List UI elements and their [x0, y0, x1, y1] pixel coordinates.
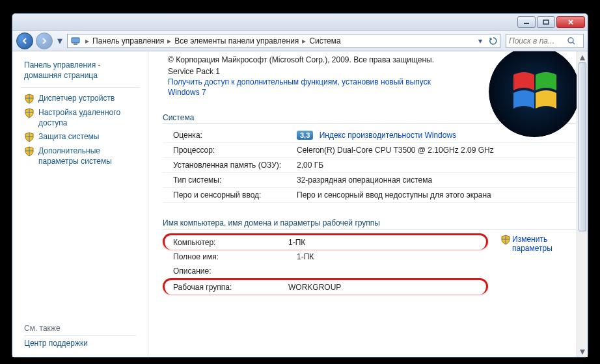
row-description: Описание: — [163, 264, 576, 278]
content: © Корпорация Майкрософт (Microsoft Corp.… — [148, 51, 588, 357]
row-ram: Установленная память (ОЗУ): 2,00 ГБ — [163, 158, 576, 173]
sidebar-home-link[interactable]: Панель управления - домашняя страница — [12, 58, 148, 83]
sidebar-advanced-settings[interactable]: Дополнительные параметры системы — [12, 144, 148, 168]
value-description — [297, 266, 576, 276]
sidebar-device-manager[interactable]: Диспетчер устройств — [12, 92, 148, 106]
value-full-name: 1-ПК — [297, 252, 576, 261]
shield-icon — [24, 108, 34, 118]
label-cpu: Процессор: — [173, 146, 297, 155]
forward-button[interactable] — [36, 32, 53, 49]
maximize-button[interactable] — [537, 16, 555, 28]
value-system-type: 32-разрядная операционная система — [297, 176, 576, 185]
sidebar-system-protection[interactable]: Защита системы — [12, 130, 148, 144]
change-settings-link[interactable]: Изменить параметры — [500, 235, 564, 253]
body: Панель управления - домашняя страница Ди… — [12, 51, 588, 357]
svg-rect-0 — [524, 23, 529, 24]
breadcrumb-chevron[interactable]: ▸ — [165, 36, 173, 46]
svg-point-4 — [568, 38, 573, 43]
shield-icon — [24, 146, 34, 157]
row-computer-name: Компьютер: 1-ПК — [163, 233, 488, 250]
row-pen-touch: Перо и сенсорный ввод: Перо и сенсорный … — [163, 188, 576, 203]
value-computer: 1-ПК — [288, 238, 486, 247]
shield-icon — [24, 132, 34, 142]
back-button[interactable] — [16, 32, 33, 49]
system-properties-window: ▾ ▸ Панель управления ▸ Все элементы пан… — [12, 13, 588, 358]
address-dropdown-button[interactable]: ▾ — [474, 34, 487, 47]
breadcrumb-control-panel[interactable]: Панель управления — [91, 36, 165, 46]
sidebar-item-label: Защита системы — [38, 132, 99, 142]
sidebar-item-label: Настройка удаленного доступа — [38, 108, 143, 128]
windows-logo — [489, 51, 580, 137]
row-workgroup: Рабочая группа: WORKGROUP — [163, 278, 488, 294]
svg-rect-3 — [74, 44, 77, 45]
row-system-type: Тип системы: 32-разрядная операционная с… — [163, 173, 576, 188]
search-icon[interactable] — [565, 36, 578, 46]
change-settings-text: Изменить параметры — [512, 235, 564, 253]
sidebar-remote-settings[interactable]: Настройка удаленного доступа — [12, 106, 148, 130]
value-ram: 2,00 ГБ — [297, 161, 576, 170]
close-button[interactable] — [556, 16, 585, 28]
breadcrumb-chevron[interactable]: ▸ — [300, 36, 308, 46]
titlebar — [12, 14, 588, 31]
label-rating: Оценка: — [173, 131, 297, 140]
navbar: ▾ ▸ Панель управления ▸ Все элементы пан… — [12, 31, 588, 51]
refresh-button[interactable] — [487, 34, 500, 47]
scroll-down-button[interactable]: ▾ — [577, 346, 588, 357]
separator — [20, 87, 140, 88]
see-also-label: См. также — [24, 324, 136, 333]
vertical-scrollbar[interactable]: ▴ ▾ — [577, 51, 588, 357]
nav-history-dropdown[interactable]: ▾ — [55, 35, 64, 47]
separator — [24, 335, 136, 336]
label-ram: Установленная память (ОЗУ): — [173, 161, 297, 170]
label-computer: Компьютер: — [173, 238, 288, 247]
value-pen-touch: Перо и сенсорный ввод недоступны для это… — [297, 190, 576, 200]
search-box[interactable] — [506, 34, 584, 48]
label-pen-touch: Перо и сенсорный ввод: — [173, 190, 297, 200]
row-cpu: Процессор: Celeron(R) Dual-Core CPU T350… — [163, 143, 576, 158]
breadcrumb-system[interactable]: Система — [308, 36, 342, 46]
label-description: Описание: — [173, 266, 297, 276]
computer-name-section-header: Имя компьютера, имя домена и параметры р… — [163, 218, 576, 229]
sidebar-item-label: Диспетчер устройств — [38, 94, 115, 104]
computer-icon — [70, 36, 81, 46]
search-input[interactable] — [506, 36, 565, 46]
value-workgroup: WORKGROUP — [288, 283, 486, 292]
breadcrumb-chevron[interactable]: ▸ — [83, 36, 91, 46]
breadcrumb-all-items[interactable]: Все элементы панели управления — [173, 36, 300, 46]
label-workgroup: Рабочая группа: — [173, 283, 288, 292]
shield-icon — [24, 94, 34, 104]
windows-update-link[interactable]: Получить доступ к дополнительным функция… — [168, 77, 441, 98]
scroll-thumb[interactable] — [579, 62, 586, 231]
minimize-button[interactable] — [517, 16, 536, 28]
sidebar-footer: См. также Центр поддержки — [12, 320, 148, 352]
shield-icon — [500, 235, 511, 245]
wei-score-badge: 3,3 — [297, 131, 313, 140]
svg-rect-2 — [72, 38, 79, 43]
label-system-type: Тип системы: — [173, 176, 297, 185]
value-cpu: Celeron(R) Dual-Core CPU T3500 @ 2.10GHz… — [297, 146, 576, 155]
sidebar-item-label: Дополнительные параметры системы — [38, 146, 143, 166]
svg-line-5 — [573, 42, 575, 44]
scroll-up-button[interactable]: ▴ — [577, 51, 588, 62]
address-bar[interactable]: ▸ Панель управления ▸ Все элементы панел… — [67, 34, 500, 48]
sidebar-action-center[interactable]: Центр поддержки — [24, 339, 136, 348]
wei-link[interactable]: Индекс производительности Windows — [320, 131, 456, 140]
label-full-name: Полное имя: — [173, 252, 297, 261]
svg-rect-1 — [543, 20, 549, 24]
sidebar: Панель управления - домашняя страница Ди… — [12, 51, 148, 357]
